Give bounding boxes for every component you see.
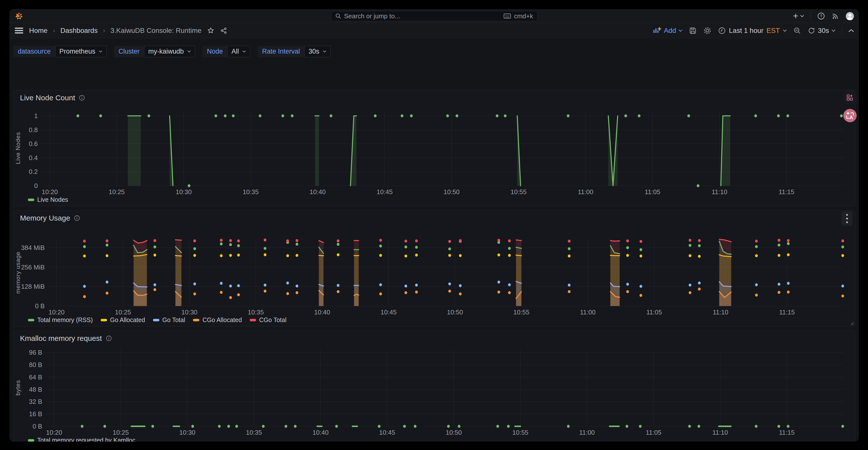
share-icon[interactable] — [220, 27, 227, 34]
svg-text:10:45: 10:45 — [376, 188, 393, 196]
legend-marker — [101, 319, 107, 321]
variable-node[interactable]: Node All — [203, 46, 250, 57]
legend-label: Go Total — [162, 316, 185, 324]
grafana-logo-icon[interactable] — [15, 12, 23, 20]
save-dashboard-icon[interactable] — [689, 27, 697, 35]
svg-text:0 B: 0 B — [33, 423, 42, 430]
svg-text:384 MiB: 384 MiB — [21, 244, 45, 251]
refresh-icon — [808, 27, 815, 35]
variable-rate-interval[interactable]: Rate Interval 30s — [257, 46, 331, 57]
svg-text:bytes: bytes — [14, 380, 21, 395]
panel-kmalloc-memory-request: Kmalloc memory request 10:2010:2510:3010… — [13, 331, 855, 442]
search-shortcut: cmd+k — [514, 12, 533, 20]
panel-memory-usage: Memory Usage 10:2010:2510:3010:3510:4010… — [13, 210, 855, 327]
template-variables-row: datasource Prometheus Cluster my-kaiwudb… — [13, 46, 331, 57]
panel-header[interactable]: Live Node Count — [20, 93, 85, 102]
add-button[interactable]: Add — [653, 27, 682, 35]
svg-text:0.2: 0.2 — [29, 168, 38, 175]
legend-label: Go Allocated — [110, 316, 145, 324]
svg-text:11:10: 11:10 — [712, 188, 727, 196]
svg-text:10:55: 10:55 — [513, 429, 528, 436]
svg-text:11:15: 11:15 — [779, 188, 794, 196]
translate-button[interactable]: A — [843, 109, 857, 122]
svg-text:10:35: 10:35 — [248, 308, 264, 316]
svg-text:memory usage: memory usage — [14, 252, 21, 294]
legend-marker — [153, 319, 159, 321]
zoom-out-icon[interactable] — [793, 27, 801, 35]
legend-item[interactable]: Go Allocated — [101, 316, 145, 324]
legend-label: CGo Allocated — [202, 316, 242, 324]
search-input[interactable]: Search or jump to... cmd+k — [331, 11, 537, 21]
time-series-chart[interactable]: 10:2010:2510:3010:3510:4010:4510:5010:55… — [13, 211, 855, 326]
keyboard-icon — [503, 13, 511, 19]
svg-text:10:35: 10:35 — [243, 188, 258, 196]
legend-item[interactable]: Total memory requested by Kamlloc — [28, 437, 135, 442]
panel-live-node-count: Live Node Count 10:2010:2510:3010:3510:4… — [13, 90, 855, 206]
svg-text:64 B: 64 B — [29, 373, 42, 381]
svg-text:11:15: 11:15 — [779, 308, 795, 316]
news-rss-icon[interactable] — [832, 12, 839, 20]
top-nav-bar: Search or jump to... cmd+k + ? — [9, 9, 859, 23]
breadcrumb-separator: › — [53, 27, 55, 34]
settings-gear-icon[interactable] — [703, 26, 712, 35]
chevron-down-icon — [783, 29, 787, 32]
panel-header[interactable]: Kmalloc memory request — [20, 334, 112, 343]
svg-text:11:05: 11:05 — [646, 429, 661, 436]
legend-item[interactable]: CGo Total — [250, 316, 286, 324]
new-menu-button[interactable]: + — [793, 11, 804, 21]
panel-header[interactable]: Memory Usage — [20, 214, 80, 222]
time-series-chart[interactable]: 10:2010:2510:3010:3510:4010:4510:5010:55… — [13, 331, 855, 442]
breadcrumb-home[interactable]: Home — [29, 27, 48, 35]
svg-text:10:45: 10:45 — [380, 308, 397, 316]
svg-text:10:55: 10:55 — [510, 188, 527, 196]
variable-label: Rate Interval — [257, 46, 304, 57]
svg-text:0.8: 0.8 — [29, 126, 38, 134]
breadcrumb-separator: › — [103, 27, 105, 34]
svg-text:0: 0 — [34, 182, 38, 190]
refresh-picker[interactable]: 30s — [808, 27, 835, 35]
svg-text:10:50: 10:50 — [447, 308, 463, 316]
svg-text:10:35: 10:35 — [246, 429, 262, 436]
variable-datasource[interactable]: datasource Prometheus — [13, 46, 106, 57]
chevron-down-icon — [679, 29, 682, 32]
legend-label: CGo Total — [259, 316, 286, 324]
svg-text:11:00: 11:00 — [578, 188, 593, 196]
svg-text:96 B: 96 B — [29, 349, 42, 356]
plus-icon: + — [793, 11, 798, 21]
user-avatar[interactable] — [846, 12, 854, 20]
breadcrumb-dashboards[interactable]: Dashboards — [60, 27, 98, 35]
variable-cluster[interactable]: Cluster my-kaiwudb — [114, 46, 195, 57]
svg-text:16 B: 16 B — [29, 410, 42, 418]
legend-marker — [28, 319, 34, 321]
chevron-down-icon — [323, 50, 327, 53]
favorite-star-icon[interactable] — [207, 27, 214, 34]
legend-item[interactable]: Total memory (RSS) — [28, 316, 93, 324]
svg-text:0.6: 0.6 — [29, 140, 38, 147]
svg-text:10:40: 10:40 — [310, 188, 326, 196]
timezone-label: EST — [766, 27, 780, 35]
time-range-picker[interactable]: Last 1 hour EST — [718, 27, 787, 35]
svg-text:10:40: 10:40 — [314, 308, 330, 316]
extension-panels-button[interactable] — [843, 90, 857, 105]
collapse-chevron-up-icon[interactable] — [848, 29, 854, 32]
panel-title: Kmalloc memory request — [20, 334, 102, 343]
menu-hamburger-icon[interactable] — [15, 27, 24, 34]
legend-label: Total memory (RSS) — [37, 316, 93, 324]
svg-text:10:20: 10:20 — [49, 308, 65, 316]
legend-item[interactable]: CGo Allocated — [193, 316, 242, 324]
help-icon[interactable]: ? — [817, 12, 825, 20]
variable-label: Cluster — [114, 46, 144, 57]
legend-item[interactable]: Live Nodes — [28, 196, 68, 203]
svg-text:?: ? — [820, 14, 823, 18]
legend-marker — [28, 199, 34, 201]
panel-resize-handle[interactable] — [850, 321, 854, 326]
panel-title: Memory Usage — [20, 214, 70, 222]
svg-text:10:50: 10:50 — [444, 188, 460, 196]
svg-text:10:30: 10:30 — [179, 429, 195, 436]
time-series-chart[interactable]: 10:2010:2510:3010:3510:4010:4510:5010:55… — [13, 90, 855, 206]
legend-item[interactable]: Go Total — [153, 316, 185, 324]
panel-menu-button[interactable] — [842, 212, 852, 226]
legend-marker — [193, 319, 199, 321]
divider — [810, 12, 811, 20]
svg-text:48 B: 48 B — [29, 386, 42, 393]
